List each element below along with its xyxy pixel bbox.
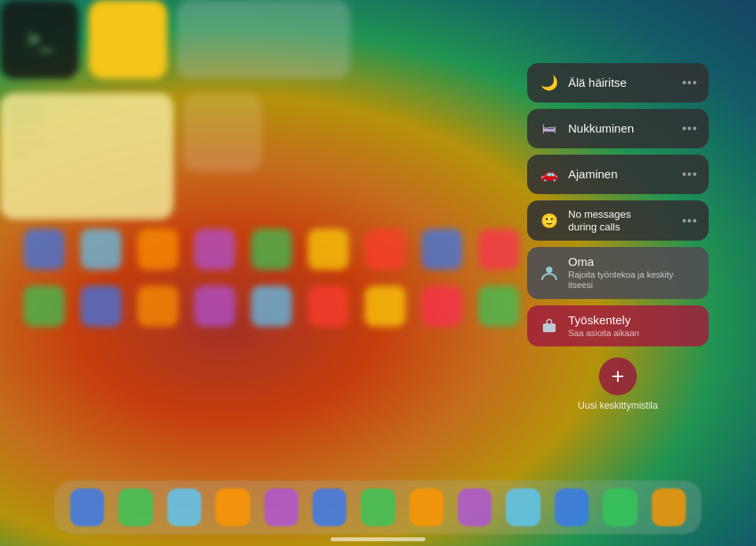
dock-icon[interactable] xyxy=(70,488,104,526)
more-options-icon[interactable]: ••• xyxy=(682,122,698,136)
app-icon[interactable] xyxy=(80,286,122,327)
app-icon[interactable] xyxy=(24,229,65,270)
dock-icon[interactable] xyxy=(167,488,201,526)
focus-item-driving[interactable]: 🚗 Ajaminen ••• xyxy=(527,155,709,194)
dots-icon: ••• xyxy=(682,122,698,136)
widgets-row1: >_ xyxy=(0,0,350,79)
dock-icon[interactable] xyxy=(118,488,152,526)
dock-icon[interactable] xyxy=(313,488,346,526)
app-icon[interactable] xyxy=(421,286,462,327)
dock-icon[interactable] xyxy=(215,488,249,526)
focus-menu: 🌙 Älä häiritse ••• 🛏 Nukkuminen ••• 🚗 Aj… xyxy=(527,63,709,411)
app-icon[interactable] xyxy=(194,286,235,327)
dock-icon[interactable] xyxy=(410,488,443,526)
briefcase-icon xyxy=(538,315,560,337)
moon-icon: 🌙 xyxy=(538,72,560,94)
widget-placeholder xyxy=(183,93,262,172)
app-icon[interactable] xyxy=(137,229,178,270)
dock-icon[interactable] xyxy=(458,488,492,526)
note-text: ········································… xyxy=(11,104,163,159)
more-options-icon[interactable]: ••• xyxy=(682,76,698,90)
dock-icon[interactable] xyxy=(555,488,589,526)
app-icons-grid xyxy=(24,229,519,327)
medium-widget-1 xyxy=(177,0,350,79)
focus-item-do-not-disturb[interactable]: 🌙 Älä häiritse ••• xyxy=(527,63,709,103)
person-icon xyxy=(538,262,560,284)
terminal-widget: >_ xyxy=(0,0,79,79)
app-icon[interactable] xyxy=(251,229,292,270)
app-icon[interactable] xyxy=(137,286,178,327)
app-icon[interactable] xyxy=(421,229,462,270)
dots-icon: ••• xyxy=(682,76,698,90)
dock-icon[interactable] xyxy=(506,488,540,526)
focus-item-no-messages[interactable]: 🙂 No messagesduring calls ••• xyxy=(527,200,709,241)
app-icon[interactable] xyxy=(24,286,65,327)
dock-icon[interactable] xyxy=(603,488,637,526)
new-focus-label: Uusi keskittymistila xyxy=(578,400,657,411)
dock-icon[interactable] xyxy=(652,488,686,526)
app-icon[interactable] xyxy=(251,286,292,327)
focus-item-label: Työskentely Saa asioita aikaan xyxy=(568,313,698,338)
app-icon[interactable] xyxy=(365,229,406,270)
focus-item-label: Nukkuminen xyxy=(568,122,677,136)
new-focus-button[interactable]: + Uusi keskittymistila xyxy=(527,357,709,411)
dock-icon[interactable] xyxy=(264,488,298,526)
dots-icon: ••• xyxy=(682,214,698,228)
notes-widget xyxy=(88,0,167,79)
new-focus-circle: + xyxy=(599,357,637,395)
note-widget: ········································… xyxy=(0,93,174,219)
bed-icon: 🛏 xyxy=(538,118,560,140)
app-icon[interactable] xyxy=(308,286,349,327)
svg-rect-1 xyxy=(543,323,556,332)
widgets-row2: ········································… xyxy=(0,93,262,219)
car-icon: 🚗 xyxy=(538,163,560,185)
dots-icon: ••• xyxy=(682,167,698,181)
focus-item-sleep[interactable]: 🛏 Nukkuminen ••• xyxy=(527,109,709,148)
app-icon[interactable] xyxy=(80,229,122,270)
app-icon[interactable] xyxy=(478,229,519,270)
dock-icon[interactable] xyxy=(361,488,395,526)
focus-item-personal[interactable]: Oma Rajoita työntekoa ja keskity itseesi xyxy=(527,247,709,298)
more-options-icon[interactable]: ••• xyxy=(682,214,698,228)
app-icon[interactable] xyxy=(365,286,406,327)
focus-item-label: Ajaminen xyxy=(568,167,677,181)
app-icon[interactable] xyxy=(478,286,519,327)
focus-item-work[interactable]: Työskentely Saa asioita aikaan xyxy=(527,305,709,346)
focus-item-label: Oma Rajoita työntekoa ja keskity itseesi xyxy=(568,255,698,290)
dock xyxy=(54,481,702,534)
focus-item-label: Älä häiritse xyxy=(568,76,677,90)
focus-item-label: No messagesduring calls xyxy=(568,208,677,233)
svg-point-0 xyxy=(546,267,552,273)
more-options-icon[interactable]: ••• xyxy=(682,167,698,181)
emoji-icon: 🙂 xyxy=(538,210,560,232)
home-indicator xyxy=(331,537,425,541)
app-icon[interactable] xyxy=(194,229,235,270)
app-icon[interactable] xyxy=(308,229,349,270)
